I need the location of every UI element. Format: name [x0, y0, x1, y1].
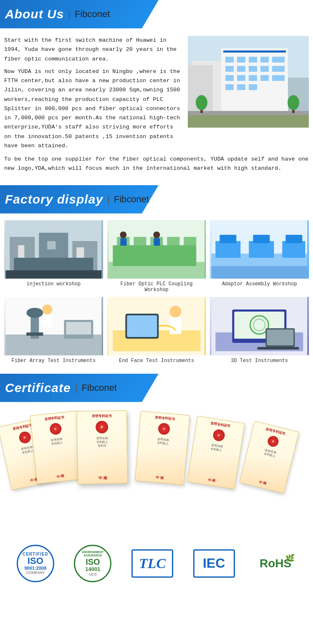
svg-rect-5	[223, 50, 286, 53]
factory-grid: injection workshop	[0, 214, 313, 364]
factory-img-4	[4, 297, 103, 355]
svg-point-63	[26, 308, 43, 318]
workshop2-img	[107, 220, 206, 279]
about-us-text-bottom: To be the top one supplier for the fiber…	[4, 155, 309, 174]
factory-header-divider: |	[103, 194, 114, 205]
factory-display-header: Factory display | Fibconet	[0, 185, 313, 214]
svg-rect-68	[66, 322, 91, 335]
factory-title: Factory display	[0, 192, 103, 206]
factory-collapse-button[interactable]	[290, 191, 306, 207]
cert-card-4: 发明专利证书 P 发明名称专利权人 中·南	[135, 411, 190, 485]
iso14001-number: 14001	[85, 566, 100, 572]
cert5-logo: P	[212, 428, 225, 442]
cert4-body: 发明名称专利权人	[157, 437, 169, 446]
svg-rect-12	[237, 66, 245, 72]
certificate-header: Certificate | Fibconet	[0, 374, 313, 402]
svg-rect-58	[286, 235, 303, 243]
factory-item-3: Adaptor Assembly Workshop	[210, 220, 309, 293]
workshop6-img	[210, 297, 309, 355]
svg-rect-64	[26, 332, 43, 336]
iso14001-iso: ISO	[86, 558, 100, 566]
factory-item-6: 3D Test Instruments	[210, 297, 309, 364]
svg-rect-55	[283, 241, 305, 258]
iec-text: IEC	[203, 556, 225, 571]
svg-rect-41	[113, 245, 196, 266]
svg-point-29	[288, 95, 299, 110]
rohs-inner: 🌿 RoHS	[260, 558, 291, 569]
svg-rect-74	[169, 317, 181, 334]
cert-card-6: 发明专利证书 P 发明名称专利权人 中·南	[239, 421, 299, 493]
tlc-rect: TLC	[131, 549, 173, 578]
iec-rect: IEC	[193, 549, 235, 578]
svg-rect-59	[212, 266, 308, 279]
cert1-body: 发明名称专利权人	[21, 445, 34, 455]
cert2-logo: P	[49, 423, 62, 435]
svg-rect-20	[272, 75, 285, 81]
cert2-stamp: 中·南	[56, 473, 64, 479]
certificate-subtitle: Fibconet	[81, 382, 116, 393]
svg-point-73	[169, 306, 181, 317]
factory-img-2	[107, 220, 206, 279]
about-text-2: Now YUDA is not only located in Ningbo ,…	[4, 67, 182, 151]
svg-rect-18	[249, 75, 257, 81]
svg-rect-14	[260, 66, 269, 72]
cert1-logo: P	[18, 430, 32, 444]
workshop4-img	[4, 297, 103, 355]
cert3-logo: P	[96, 420, 109, 433]
about-text-3: To be the top one supplier for the fiber…	[4, 155, 309, 174]
rohs-container: 🌿 RoHS	[255, 549, 296, 578]
about-text-1: Start with the first switch machine of H…	[4, 36, 182, 64]
svg-rect-57	[253, 235, 270, 243]
factory-item-2: Fiber Optic PLC Coupling Workshop	[107, 220, 206, 293]
about-us-title: About Us	[0, 7, 64, 21]
svg-point-27	[196, 95, 207, 110]
cert-header-divider: |	[71, 382, 82, 393]
svg-rect-36	[18, 245, 24, 258]
iso14001-circle: ENVIRONMENTASSURANCE ISO 14001 UCS	[74, 545, 111, 582]
about-us-content: Start with the first switch machine of H…	[0, 28, 313, 185]
iso9001-number: 9001:2008	[24, 566, 46, 571]
svg-rect-37	[47, 241, 56, 249]
iso14001-env: ENVIRONMENTASSURANCE	[82, 551, 104, 558]
cert4-stamp: 中·南	[156, 475, 164, 480]
workshop6-label: 3D Test Instruments	[231, 358, 288, 364]
cert1-title: 发明专利证书	[12, 423, 33, 431]
svg-rect-43	[134, 237, 146, 245]
svg-rect-23	[249, 84, 257, 90]
rohs-leaf-icon: 🌿	[285, 553, 295, 563]
cert6-logo: P	[267, 435, 280, 448]
svg-point-47	[120, 231, 126, 238]
cert-logo-iso9001: CERTIFIED ISO 9001:2008 COMPANY	[17, 545, 54, 582]
svg-rect-10	[272, 57, 285, 63]
workshop4-label: Fiber Array Test Instruments	[12, 358, 96, 364]
svg-rect-48	[120, 238, 126, 246]
cert6-title: 发明专利证书	[265, 427, 286, 436]
iso14001-ucs: UCS	[89, 572, 97, 576]
svg-rect-7	[237, 57, 245, 63]
workshop3-img	[210, 220, 309, 279]
about-us-header: About Us | Fibconet	[0, 0, 313, 28]
svg-rect-53	[216, 241, 241, 258]
svg-rect-21	[225, 84, 234, 90]
cert-card-3: 发明专利证书 P 发明名称专利权人专利号 中·南	[76, 410, 128, 484]
svg-rect-45	[167, 237, 179, 245]
svg-point-65	[42, 304, 52, 314]
svg-rect-11	[225, 66, 234, 72]
svg-rect-56	[220, 235, 237, 243]
factory-item-4: Fiber Array Test Instruments	[4, 297, 103, 364]
factory-img-3	[210, 220, 309, 279]
about-us-collapse-button[interactable]	[290, 6, 306, 22]
svg-rect-24	[188, 113, 309, 128]
svg-rect-83	[257, 347, 299, 350]
about-us-building-image	[188, 36, 309, 128]
cert-card-5: 发明专利证书 P 发明名称专利权人 中·南	[187, 416, 245, 489]
certificate-title: Certificate	[0, 381, 71, 395]
svg-rect-8	[249, 57, 257, 63]
factory-img-6	[210, 297, 309, 355]
svg-rect-19	[260, 75, 269, 81]
cert4-logo: P	[158, 423, 170, 435]
certificate-collapse-button[interactable]	[290, 380, 306, 396]
cert-logo-iec: IEC	[193, 549, 235, 578]
cert5-stamp: 中·南	[207, 478, 216, 483]
cert-logo-iso14001: ENVIRONMENTASSURANCE ISO 14001 UCS	[74, 545, 111, 582]
